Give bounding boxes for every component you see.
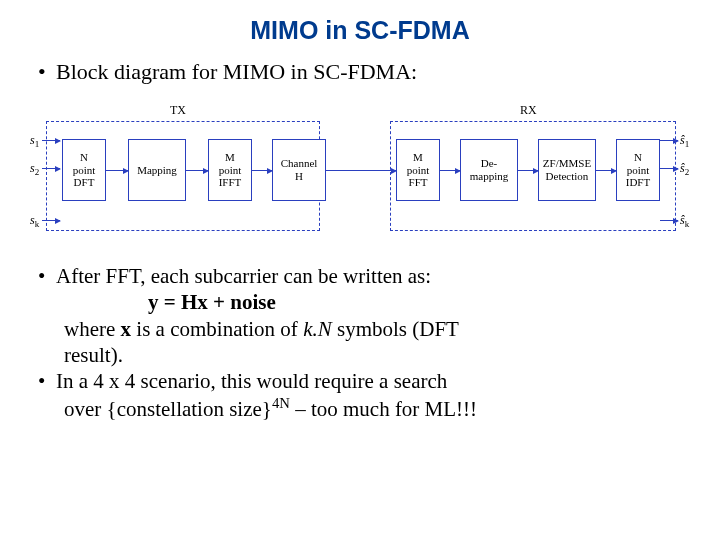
t6: result). [64, 342, 690, 368]
page-title: MIMO in SC-FDMA [30, 16, 690, 45]
arrow-fft-demap [440, 170, 460, 171]
block-detection: ZF/MMSE Detection [538, 139, 596, 201]
arrow-det-idft [596, 170, 616, 171]
body-eq: y = Hx + noise [148, 290, 276, 314]
block-fft: M point FFT [396, 139, 440, 201]
signal-sk-out: ŝk [680, 213, 689, 229]
arrow-map-ifft [186, 170, 208, 171]
arrow-ch-fft [326, 170, 396, 171]
block-idft: N point IDFT [616, 139, 660, 201]
block-demapping: De- mapping [460, 139, 518, 201]
block-ifft: M point IFFT [208, 139, 252, 201]
arrow-in-k [42, 220, 60, 221]
body-text: •After FFT, each subcarrier can be writt… [38, 263, 690, 423]
signal-s1-out: ŝ1 [680, 133, 689, 149]
body-line2: In a 4 x 4 scenario, this would require … [56, 369, 447, 393]
block-channel: Channel H [272, 139, 326, 201]
arrow-out-k [660, 220, 678, 221]
signal-s2-out: ŝ2 [680, 161, 689, 177]
t3: is a combination of [131, 317, 303, 341]
block-diagram: TX RX s1 s2 sk N point DFT Mapping M poi… [30, 95, 690, 245]
t5: symbols (DFT [332, 317, 459, 341]
t2: x [121, 317, 132, 341]
intro-text: Block diagram for MIMO in SC-FDMA: [56, 59, 417, 84]
signal-s1-in: s1 [30, 133, 39, 149]
t4: k.N [303, 317, 332, 341]
arrow-in-2 [42, 168, 60, 169]
block-mapping: Mapping [128, 139, 186, 201]
arrow-demap-det [518, 170, 538, 171]
t9: – too much for ML!!! [290, 397, 477, 421]
block-dft: N point DFT [62, 139, 106, 201]
rx-label: RX [520, 103, 537, 118]
arrow-out-2 [660, 168, 678, 169]
t7: over {constellation size} [64, 397, 272, 421]
t8: 4N [272, 395, 290, 411]
arrow-dft-map [106, 170, 128, 171]
arrow-out-1 [660, 140, 678, 141]
t1: where [64, 317, 121, 341]
signal-s2-in: s2 [30, 161, 39, 177]
body-line1: After FFT, each subcarrier can be writte… [56, 264, 431, 288]
arrow-ifft-ch [252, 170, 272, 171]
intro-bullet: •Block diagram for MIMO in SC-FDMA: [38, 59, 690, 85]
tx-label: TX [170, 103, 186, 118]
arrow-in-1 [42, 140, 60, 141]
signal-sk-in: sk [30, 213, 39, 229]
